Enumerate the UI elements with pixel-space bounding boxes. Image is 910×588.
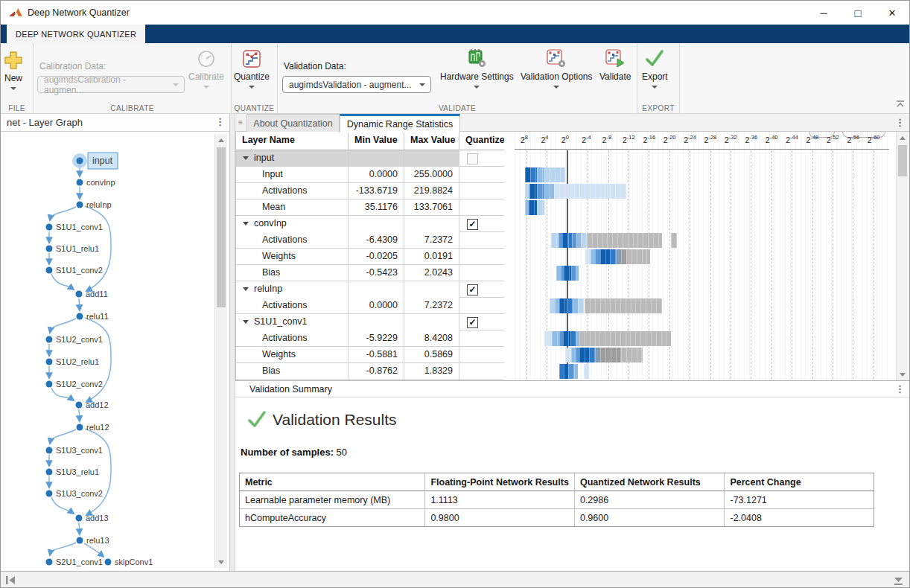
collapse-ribbon-icon[interactable] xyxy=(896,98,905,111)
expand-caret-icon[interactable] xyxy=(243,287,249,291)
min-value: -0.5881 xyxy=(349,347,404,363)
histogram-bar-segment xyxy=(671,233,677,248)
histogram-scrollbar[interactable] xyxy=(896,132,909,380)
table-row[interactable]: Weights-0.02050.0191 xyxy=(236,249,504,265)
graph-node-relu13[interactable]: relu13 xyxy=(77,536,109,545)
quantize-button[interactable]: Quantize xyxy=(234,46,270,89)
max-value: 8.4208 xyxy=(404,330,459,347)
minimize-button[interactable]: ─ xyxy=(806,1,841,25)
scroll-up-icon[interactable] xyxy=(215,134,227,146)
hardware-settings-button[interactable]: Hardware Settings xyxy=(440,46,514,89)
histogram-bar-segment xyxy=(544,167,565,182)
panel-splitter[interactable] xyxy=(230,114,235,571)
validate-button[interactable]: Validate xyxy=(599,46,631,82)
graph-node-S1U2_conv1[interactable]: S1U2_conv1 xyxy=(46,335,104,344)
axis-tick-label: 2-40 xyxy=(766,134,778,144)
table-row[interactable]: Weights-0.58810.5869 xyxy=(236,347,504,363)
quantize-checkbox[interactable] xyxy=(467,153,478,164)
expand-caret-icon[interactable] xyxy=(243,222,249,226)
graph-node-convInp[interactable]: convInp xyxy=(77,178,115,187)
scroll-down-icon[interactable] xyxy=(897,368,909,380)
table-header: Layer Name Min Value Max Value Quantize xyxy=(236,132,504,150)
expand-caret-icon[interactable] xyxy=(243,156,249,160)
graph-node-label: S1U2_conv1 xyxy=(56,335,103,344)
maximize-button[interactable]: □ xyxy=(841,1,875,25)
close-button[interactable]: ✕ xyxy=(875,1,909,25)
graph-edge xyxy=(51,497,74,514)
axis-tick-label: 2-12 xyxy=(623,134,635,144)
table-row[interactable]: Activations-6.43097.2372 xyxy=(236,232,504,249)
graph-node-input[interactable]: input xyxy=(72,153,118,169)
layer-name: reluInp xyxy=(254,284,282,294)
table-row[interactable]: S1U1_conv1✓ xyxy=(236,314,504,330)
graph-node-S1U3_conv1[interactable]: S1U3_conv1 xyxy=(46,446,104,455)
table-row[interactable]: Bias-0.54232.0243 xyxy=(236,265,504,281)
graph-node-S1U1_relu1[interactable]: S1U1_relu1 xyxy=(46,244,100,253)
table-row[interactable]: Bias-0.87621.8329 xyxy=(236,363,504,380)
col-layer-name[interactable]: Layer Name xyxy=(236,132,349,150)
tab-dynamic-range-statistics[interactable]: Dynamic Range Statistics xyxy=(340,114,460,132)
graph-node-relu11[interactable]: relu11 xyxy=(77,312,109,321)
scroll-down-icon[interactable] xyxy=(215,556,227,568)
table-row[interactable]: input xyxy=(236,150,504,167)
layer-graph-canvas[interactable]: inputconvInpreluInpS1U1_conv1S1U1_relu1S… xyxy=(1,132,229,571)
quantize-checkbox[interactable]: ✓ xyxy=(467,317,478,328)
graph-node-S2U1_conv1[interactable]: S2U1_conv1 xyxy=(46,557,104,566)
graph-node-S1U1_conv2[interactable]: S1U1_conv2 xyxy=(46,266,104,275)
graph-edge xyxy=(51,274,74,290)
quantize-checkbox[interactable]: ✓ xyxy=(467,219,478,230)
graph-node-label: relu13 xyxy=(86,536,109,545)
validation-results-area: Validation Results Number of samples: 50… xyxy=(235,397,909,571)
table-row[interactable]: Activations-133.6719219.8824 xyxy=(236,183,504,199)
table-row[interactable]: reluInp✓ xyxy=(236,281,504,298)
scrollbar-thumb[interactable] xyxy=(898,145,907,176)
validation-summary-title: Validation Summary xyxy=(249,384,332,394)
table-row[interactable]: Mean35.1176133.7061 xyxy=(236,199,504,216)
histogram-bar-segment xyxy=(525,167,530,182)
table-row[interactable]: convInp✓ xyxy=(236,216,504,232)
tab-list-icon[interactable]: ≡ xyxy=(238,118,243,127)
calibrate-button[interactable]: Calibrate xyxy=(188,46,224,89)
graph-node-S1U1_conv1[interactable]: S1U1_conv1 xyxy=(46,223,104,231)
collapse-left-icon[interactable] xyxy=(5,575,17,588)
hardware-chip-icon xyxy=(466,46,487,68)
graph-node-reluInp[interactable]: reluInp xyxy=(77,200,112,209)
graph-node-S1U2_conv2[interactable]: S1U2_conv2 xyxy=(46,380,104,389)
graph-edge xyxy=(51,388,74,400)
table-row[interactable]: Input0.0000255.0000 xyxy=(236,167,504,183)
export-button[interactable]: Export xyxy=(642,46,668,89)
graph-node-S1U2_relu1[interactable]: S1U2_relu1 xyxy=(46,357,100,366)
validation-data-combobox[interactable]: augimdsValidation - augment... xyxy=(282,76,431,93)
col-quantize[interactable]: Quantize xyxy=(459,132,504,150)
validation-summary-menu-icon[interactable]: ⋮ xyxy=(895,383,905,395)
calibration-data-combobox[interactable]: augimdsCalibration - augmen... xyxy=(37,76,185,93)
scrollbar-thumb[interactable] xyxy=(217,147,226,307)
graph-node-relu12[interactable]: relu12 xyxy=(77,423,109,432)
col-max-value[interactable]: Max Value xyxy=(404,132,459,150)
document-menu-icon[interactable]: ⋮ xyxy=(895,117,905,129)
scroll-up-icon[interactable] xyxy=(897,132,909,144)
tab-deep-network-quantizer[interactable]: DEEP NETWORK QUANTIZER xyxy=(7,25,145,43)
table-row[interactable]: Activations-5.92298.4208 xyxy=(236,330,504,347)
graph-node-S1U3_conv2[interactable]: S1U3_conv2 xyxy=(46,489,104,498)
table-row[interactable]: Activations0.00007.2372 xyxy=(236,298,504,314)
expand-caret-icon[interactable] xyxy=(243,320,249,324)
col-min-value[interactable]: Min Value xyxy=(349,132,404,150)
layer-graph-scrollbar[interactable] xyxy=(214,134,227,568)
gridline xyxy=(853,150,853,379)
validation-options-button[interactable]: Validation Options xyxy=(521,46,593,89)
histogram-bar-segment xyxy=(544,184,554,199)
tab-about-quantization[interactable]: About Quantization xyxy=(246,114,340,132)
graph-node-add11[interactable]: add11 xyxy=(76,290,108,298)
graph-node-S1U3_relu1[interactable]: S1U3_relu1 xyxy=(46,467,100,476)
quantize-checkbox[interactable]: ✓ xyxy=(467,284,478,295)
graph-node-add13[interactable]: add13 xyxy=(76,514,109,523)
layer-graph-menu-icon[interactable]: ⋮ xyxy=(215,116,225,128)
collapse-down-icon[interactable] xyxy=(893,575,904,588)
graph-node-add12[interactable]: add12 xyxy=(76,400,109,409)
graph-node-skipConv1[interactable]: skipConv1 xyxy=(105,557,153,566)
new-button[interactable]: New xyxy=(4,48,23,90)
axis-line xyxy=(515,149,889,150)
graph-node-label: S1U3_conv1 xyxy=(56,446,103,455)
graph-node-label: S1U1_conv1 xyxy=(56,223,103,231)
